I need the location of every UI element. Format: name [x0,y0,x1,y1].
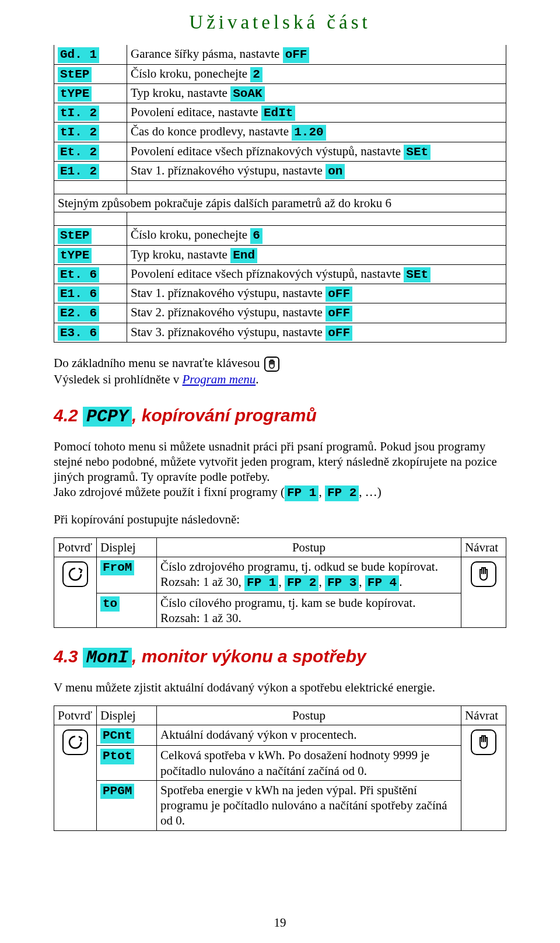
param-value: SEt [404,267,430,282]
procedure-text: Číslo zdrojového programu, tj. odkud se … [160,560,438,574]
param-text: Stav 2. příznakového výstupu, nastavte [131,305,326,319]
param-code: StEP [58,228,92,243]
section-heading-4-2: 4.2 PCPY, kopírování programů [54,404,506,428]
display-value: to [100,596,120,612]
param-text: Typ kroku, nastavte [131,86,230,100]
param-code: StEP [58,67,92,82]
paragraph: V menu můžete zjistit aktuální dodávaný … [54,680,506,695]
param-code: E2. 6 [58,306,99,321]
table-row: tI. 2 Čas do konce prodlevy, nastavte 1.… [54,123,506,142]
param-text: Povolení editace všech příznakových výst… [131,267,404,281]
table-row: E1. 2 Stav 1. příznakového výstupu, nast… [54,161,506,180]
display-value: PCnt [100,728,134,743]
table-row: StEP Číslo kroku, ponechejte 2 [54,64,506,83]
param-code: E1. 2 [58,164,99,179]
hand-stop-icon [471,561,496,587]
after-table-text: Do základního menu se navraťte klávesou … [54,355,506,387]
param-value: EdIt [261,106,295,121]
param-text: Číslo kroku, ponechejte [131,228,250,242]
param-code: tYPE [58,86,92,102]
param-text: Čas do konce prodlevy, nastavte [131,124,292,138]
param-text: Stav 3. příznakového výstupu, nastavte [131,325,326,339]
hand-stop-icon [264,357,279,372]
table-row: E3. 6 Stav 3. příznakového výstupu, nast… [54,323,506,342]
param-value: 6 [250,228,262,243]
procedure-text: Aktuální dodávaný výkon v procentech. [160,728,357,742]
table-row: tYPE Typ kroku, nastavte End [54,245,506,264]
table-row: E2. 6 Stav 2. příznakového výstupu, nast… [54,303,506,323]
param-text: Povolení editace, nastavte [131,105,261,119]
param-value: oFF [326,326,352,341]
col-header: Potvrď [54,705,97,725]
hand-stop-icon [471,729,496,755]
config-table: Gd. 1 Garance šířky pásma, nastavte oFF … [54,45,506,343]
param-code: Gd. 1 [58,47,99,62]
display-value: Ptot [100,749,134,764]
table-row: PPGM Spotřeba energie v kWh na jeden výp… [54,780,506,830]
param-code: Et. 6 [58,267,99,282]
table-row: Stejným způsobem pokračuje zápis dalších… [54,194,506,212]
col-header: Návrat [461,537,506,557]
section-heading-4-3: 4.3 MonI, monitor výkonu a spotřeby [54,645,506,669]
table-row: Gd. 1 Garance šířky pásma, nastavte oFF [54,45,506,64]
param-code: Et. 2 [58,145,99,160]
procedure-table-monitor: Potvrď Displej Postup Návrat PCnt Aktuál… [54,705,506,831]
table-row: tYPE Typ kroku, nastavte SoAK [54,83,506,103]
table-row: Ptot Celková spotřeba v kWh. Po dosažení… [54,746,506,781]
table-row: PCnt Aktuální dodávaný výkon v procentec… [54,725,506,746]
param-value: oFF [326,306,352,321]
param-value: oFF [326,287,352,302]
procedure-text: Rozsah: 1 až 30, [160,575,244,589]
procedure-table-copy: Potvrď Displej Postup Návrat FroM Číslo … [54,537,506,628]
table-row: StEP Číslo kroku, ponechejte 6 [54,226,506,245]
col-header: Potvrď [54,537,97,557]
col-header: Návrat [461,705,506,725]
param-text: Garance šířky pásma, nastavte [131,47,283,61]
procedure-text: Celková spotřeba v kWh. Po dosažení hodn… [160,748,429,777]
param-text: Stav 1. příznakového výstupu, nastavte [131,286,326,300]
col-header: Postup [157,705,461,725]
col-header: Displej [97,705,157,725]
program-menu-link[interactable]: Program menu [182,372,256,386]
page-title: Uživatelská část [54,11,506,34]
procedure-text: Rozsah: 1 až 30. [160,611,242,625]
table-row: E1. 6 Stav 1. příznakového výstupu, nast… [54,284,506,303]
table-row: Et. 6 Povolení editace všech příznakovýc… [54,264,506,284]
param-text: Stav 1. příznakového výstupu, nastavte [131,163,326,177]
table-row: Et. 2 Povolení editace všech příznakovýc… [54,142,506,161]
table-row: FroM Číslo zdrojového programu, tj. odku… [54,557,506,593]
procedure-text: Číslo cílového programu, tj. kam se bude… [160,596,415,610]
page-number: 19 [0,915,560,930]
param-code: E3. 6 [58,326,99,341]
col-header: Postup [157,537,461,557]
param-value: oFF [283,47,310,62]
param-value: End [230,248,257,263]
paragraph: Při kopírování postupujte následovně: [54,512,506,527]
param-text: Číslo kroku, ponechejte [131,67,250,81]
param-value: on [326,164,345,179]
param-value: 2 [250,67,262,82]
param-code: tYPE [58,248,92,263]
param-code: tI. 2 [58,106,99,121]
display-value: FroM [100,560,134,575]
procedure-text: Spotřeba energie v kWh na jeden výpal. P… [160,783,447,828]
param-code: tI. 2 [58,125,99,140]
table-note: Stejným způsobem pokračuje zápis dalších… [58,196,391,210]
display-value: PPGM [100,784,134,799]
confirm-cycle-icon [62,561,88,587]
confirm-cycle-icon [62,729,88,755]
param-text: Povolení editace všech příznakových výst… [131,144,404,158]
param-text: Typ kroku, nastavte [131,247,230,261]
param-value: SEt [404,145,430,160]
param-value: 1.20 [292,125,326,140]
table-row: tI. 2 Povolení editace, nastavte EdIt [54,103,506,123]
param-value: SoAK [230,86,264,102]
paragraph: Pomocí tohoto menu si můžete usnadnit pr… [54,439,506,501]
param-code: E1. 6 [58,287,99,302]
table-row: to Číslo cílového programu, tj. kam se b… [54,593,506,628]
col-header: Displej [97,537,157,557]
